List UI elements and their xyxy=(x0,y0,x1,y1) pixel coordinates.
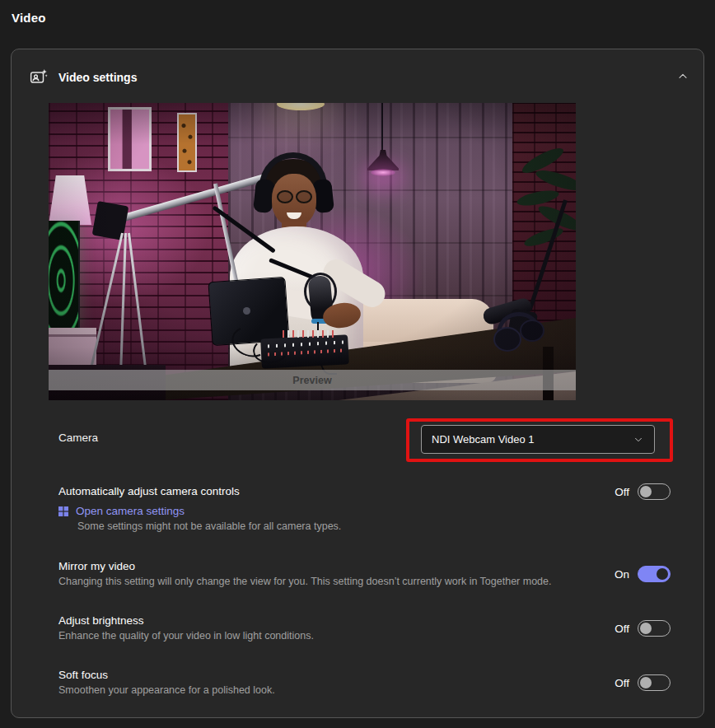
auto-adjust-toggle[interactable] xyxy=(638,483,671,500)
camera-label: Camera xyxy=(58,432,98,444)
open-camera-settings-label: Open camera settings xyxy=(76,505,185,517)
setting-description: Changing this setting will only change t… xyxy=(58,576,551,587)
person-glasses-lens xyxy=(296,190,312,203)
person-glasses-lens xyxy=(277,190,293,203)
toggle-group-mirror-video: On xyxy=(615,566,671,582)
setting-title-soft-focus: Soft focus xyxy=(58,669,108,681)
chevron-up-icon xyxy=(676,70,689,83)
toggle-knob xyxy=(640,623,652,634)
toggle-knob xyxy=(640,486,652,497)
mixer-patch-cables xyxy=(283,330,335,338)
camera-dropdown[interactable]: NDI Webcam Video 1 xyxy=(421,425,655,454)
toggle-group-auto-adjust: Off xyxy=(615,483,671,500)
page-title: Video xyxy=(12,11,46,25)
toggle-state-label: On xyxy=(615,568,629,581)
setting-title-adjust-brightness: Adjust brightness xyxy=(58,614,144,627)
toggle-knob xyxy=(657,568,668,580)
collapse-section-button[interactable] xyxy=(672,66,694,87)
studio-laptop-logo xyxy=(243,307,250,315)
toggle-group-soft-focus: Off xyxy=(615,674,671,691)
studio-pendant-cord xyxy=(381,103,383,152)
toggle-state-label: Off xyxy=(615,486,629,498)
windows-logo-icon xyxy=(58,506,68,516)
video-settings-icon xyxy=(30,68,48,86)
studio-wall-art-frame xyxy=(177,113,197,172)
chevron-down-icon xyxy=(633,434,644,446)
toggle-group-adjust-brightness: Off xyxy=(615,620,671,637)
adjust-brightness-toggle[interactable] xyxy=(638,620,671,637)
desk-headphones-earcup xyxy=(520,320,544,342)
toggle-knob xyxy=(640,677,652,688)
camera-preview-image: Preview xyxy=(49,103,576,400)
toggle-state-label: Off xyxy=(615,677,629,689)
camera-dropdown-value: NDI Webcam Video 1 xyxy=(432,433,535,446)
preview-label: Preview xyxy=(292,375,331,386)
studio-pendant-glow xyxy=(371,169,395,176)
video-settings-panel: Video settings xyxy=(11,49,704,718)
toggle-state-label: Off xyxy=(615,623,629,635)
open-camera-settings-link[interactable]: Open camera settings xyxy=(58,505,185,517)
desk-headphones-earcup xyxy=(493,327,521,352)
setting-title-mirror-video: Mirror my video xyxy=(58,560,135,572)
panel-title: Video settings xyxy=(58,71,137,84)
mirror-video-toggle[interactable] xyxy=(638,566,671,582)
setting-description: Enhance the quality of your video in low… xyxy=(58,630,314,642)
studio-wall-picture-frame xyxy=(108,107,152,171)
studio-telescope-mount xyxy=(92,201,129,240)
setting-description: Smoothen your appearance for a polished … xyxy=(58,684,275,696)
studio-floor-lamp-shade xyxy=(49,175,91,225)
preview-overlay-bar: Preview xyxy=(49,370,576,390)
soft-focus-toggle[interactable] xyxy=(638,674,671,691)
studio-tv-screen xyxy=(49,221,80,329)
setting-description: Some settings might not be available for… xyxy=(77,520,341,532)
setting-title-auto-adjust: Automatically adjust camera controls xyxy=(58,485,240,497)
